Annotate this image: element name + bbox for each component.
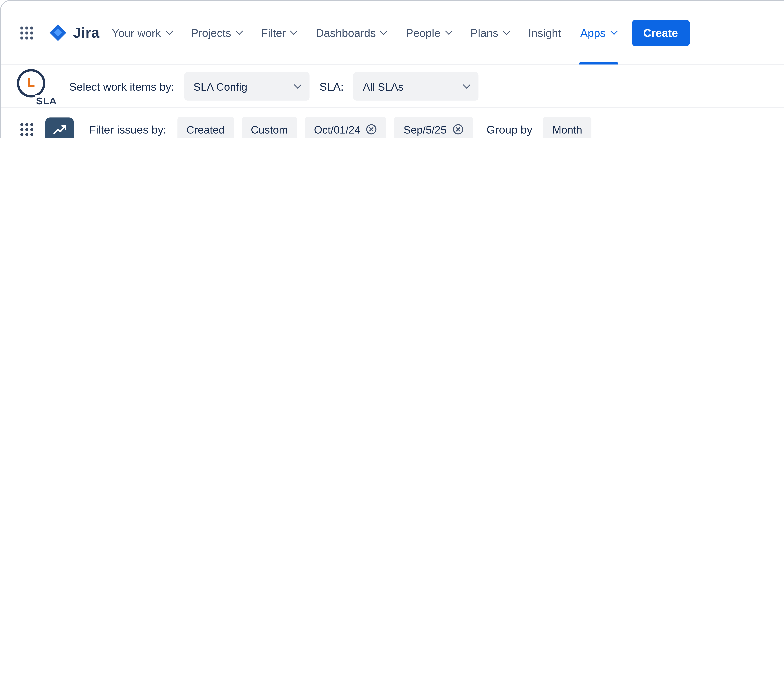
sla-app-logo: L SLA bbox=[16, 67, 59, 106]
select-work-items-label: Select work items by: bbox=[69, 80, 174, 92]
nav-item-apps[interactable]: Apps bbox=[580, 1, 616, 65]
create-button[interactable]: Create bbox=[632, 20, 689, 46]
sla-app-header-left: L SLA Select work items by: SLA Config S… bbox=[16, 67, 479, 106]
chevron-down-icon bbox=[502, 27, 510, 35]
app-switcher-button[interactable] bbox=[16, 22, 37, 43]
work-items-dropdown-value: SLA Config bbox=[193, 80, 247, 92]
date-to-chip[interactable]: Sep/5/25 bbox=[394, 116, 473, 138]
sla-dropdown-value: All SLAs bbox=[363, 80, 403, 92]
nav-item-dashboards[interactable]: Dashboards bbox=[316, 1, 387, 65]
group-by-month-chip[interactable]: Month bbox=[543, 116, 591, 138]
grid-view-button[interactable] bbox=[16, 119, 37, 138]
custom-filter-chip[interactable]: Custom bbox=[242, 116, 297, 138]
filter-issues-label: Filter issues by: bbox=[89, 123, 166, 135]
sla-app-header: L SLA Select work items by: SLA Config S… bbox=[1, 65, 784, 108]
chevron-down-icon bbox=[294, 81, 301, 89]
created-filter-chip[interactable]: Created bbox=[177, 116, 234, 138]
top-nav-left: Jira Your work Projects Filter Dashboard… bbox=[16, 1, 689, 65]
top-nav: Jira Your work Projects Filter Dashboard… bbox=[1, 1, 784, 65]
scale-wrapper: Jira Your work Projects Filter Dashboard… bbox=[0, 0, 784, 138]
chevron-down-icon bbox=[165, 27, 173, 35]
chart-view-button[interactable] bbox=[45, 117, 74, 138]
primary-nav: Your work Projects Filter Dashboards Peo… bbox=[112, 1, 616, 65]
trend-chart-icon bbox=[53, 124, 67, 135]
sla-dropdown[interactable]: All SLAs bbox=[353, 72, 479, 101]
nav-item-your-work[interactable]: Your work bbox=[112, 1, 172, 65]
nav-item-projects[interactable]: Projects bbox=[191, 1, 242, 65]
jira-logo-text: Jira bbox=[73, 24, 100, 41]
sla-logo-text: SLA bbox=[35, 95, 58, 106]
group-by-label: Group by bbox=[487, 123, 532, 135]
sla-logo-clock-icon: L bbox=[17, 68, 45, 97]
remove-filter-icon[interactable] bbox=[452, 124, 464, 135]
chevron-down-icon bbox=[290, 27, 298, 35]
sla-label: SLA: bbox=[320, 80, 344, 92]
date-from-chip[interactable]: Oct/01/24 bbox=[305, 116, 387, 138]
nav-item-people[interactable]: People bbox=[406, 1, 451, 65]
chevron-down-icon bbox=[463, 81, 471, 89]
jira-logo-icon bbox=[48, 23, 68, 42]
filter-bar-left: Filter issues by: Created Custom Oct/01/… bbox=[16, 116, 591, 138]
chevron-down-icon bbox=[380, 27, 387, 35]
work-items-dropdown[interactable]: SLA Config bbox=[184, 72, 310, 101]
app-window: Jira Your work Projects Filter Dashboard… bbox=[0, 0, 784, 138]
chevron-down-icon bbox=[235, 27, 243, 35]
nav-item-plans[interactable]: Plans bbox=[470, 1, 509, 65]
grid-icon bbox=[19, 122, 34, 137]
nav-item-insight[interactable]: Insight bbox=[528, 1, 561, 65]
remove-filter-icon[interactable] bbox=[366, 124, 377, 135]
app-grid-icon bbox=[19, 25, 34, 40]
chevron-down-icon bbox=[610, 27, 618, 35]
jira-logo[interactable]: Jira bbox=[48, 23, 100, 42]
nav-item-filter[interactable]: Filter bbox=[261, 1, 297, 65]
filter-bar: Filter issues by: Created Custom Oct/01/… bbox=[1, 108, 784, 138]
chevron-down-icon bbox=[445, 27, 452, 35]
